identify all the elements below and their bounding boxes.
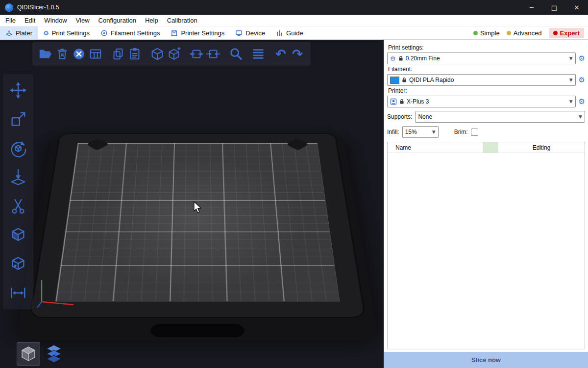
object-list-body[interactable]	[388, 153, 585, 349]
rotate-tool-button[interactable]	[6, 137, 30, 159]
place-on-face-tool-button[interactable]	[6, 166, 30, 188]
chevron-down-icon: ▼	[579, 114, 582, 119]
scale-icon	[9, 110, 27, 129]
maximize-button[interactable]: □	[543, 0, 565, 15]
arrange-button[interactable]	[87, 44, 104, 64]
column-header-extruder	[483, 142, 498, 153]
bed-clip-left	[86, 138, 109, 151]
menu-view[interactable]: View	[72, 17, 94, 24]
cut-tool-button[interactable]	[6, 195, 30, 217]
menu-edit[interactable]: Edit	[20, 17, 40, 24]
filament-select[interactable]: QIDI PLA Rapido ▼	[387, 74, 576, 86]
mode-advanced-label: Advanced	[514, 29, 542, 37]
supports-select[interactable]: None ▼	[415, 111, 585, 123]
measure-tool-button[interactable]	[6, 282, 30, 304]
undo-button[interactable]: ↶	[272, 44, 289, 64]
tab-printer-settings-label: Printer Settings	[181, 29, 224, 37]
split-to-parts-button[interactable]	[166, 44, 182, 64]
preview-layers-icon	[44, 343, 64, 364]
mouse-cursor	[193, 201, 203, 214]
close-button[interactable]: ✕	[565, 0, 588, 15]
tab-print-settings[interactable]: ⚙ Print Settings	[38, 26, 95, 39]
bed-clip-right	[286, 138, 309, 151]
print-settings-icon: ⚙	[43, 30, 49, 36]
search-icon	[228, 47, 243, 61]
open-folder-icon	[38, 47, 53, 61]
preview-view-button[interactable]	[42, 342, 66, 366]
filament-value: QIDI PLA Rapido	[409, 77, 454, 83]
object-list-header: Name Editing	[388, 142, 585, 153]
cut-scissors-icon	[9, 197, 27, 215]
print-settings-label: Print settings:	[388, 44, 585, 51]
variable-layer-height-button[interactable]	[250, 44, 267, 64]
split-to-objects-button[interactable]	[149, 44, 166, 64]
chevron-down-icon: ▼	[569, 56, 573, 61]
print-profile-value: 0.20mm Fine	[406, 55, 440, 62]
filament-gear-button[interactable]: ⚙	[579, 77, 585, 84]
view-switch	[17, 342, 66, 366]
supports-label: Supports:	[387, 113, 412, 120]
menu-calibration[interactable]: Calibration	[163, 17, 202, 24]
copy-button[interactable]	[110, 44, 126, 64]
advanced-mode-dot-icon	[507, 31, 511, 35]
column-header-editing: Editing	[498, 142, 585, 153]
printer-select[interactable]: X-Plus 3 ▼	[387, 96, 576, 107]
simple-mode-dot-icon	[473, 31, 478, 35]
measure-icon	[9, 284, 27, 302]
mode-expert[interactable]: Expert	[549, 28, 584, 38]
delete-all-button[interactable]	[71, 44, 87, 64]
remove-instance-button[interactable]	[205, 44, 221, 64]
chevron-down-icon: ▼	[569, 78, 573, 82]
device-icon	[235, 29, 243, 37]
3d-viewport[interactable]: ↶ ↷	[0, 40, 384, 368]
tab-print-settings-label: Print Settings	[52, 29, 90, 37]
seam-tool-button[interactable]	[6, 253, 30, 275]
printer-gear-button[interactable]: ⚙	[579, 98, 585, 105]
bed-grid	[55, 143, 340, 301]
supports-value: None	[418, 113, 432, 120]
minimize-button[interactable]: ─	[520, 0, 543, 15]
search-button[interactable]	[227, 44, 244, 64]
print-settings-gear-button[interactable]: ⚙	[579, 55, 585, 62]
paint-supports-tool-button[interactable]	[6, 224, 30, 246]
menu-help[interactable]: Help	[141, 17, 163, 24]
split-objects-icon	[150, 47, 165, 61]
menu-window[interactable]: Window	[40, 17, 71, 24]
delete-button[interactable]	[54, 44, 71, 64]
move-icon	[9, 81, 27, 100]
lock-icon	[402, 77, 407, 83]
tab-filament-settings[interactable]: Filament Settings	[95, 26, 165, 39]
profile-gear-icon: ⚙	[390, 55, 396, 62]
tab-device[interactable]: Device	[230, 26, 270, 39]
open-button[interactable]	[37, 44, 54, 64]
scale-tool-button[interactable]	[6, 108, 30, 131]
filament-color-swatch	[390, 77, 399, 84]
paste-button[interactable]	[126, 44, 143, 64]
3d-editor-view-button[interactable]	[17, 342, 40, 366]
infill-select[interactable]: 15% ▼	[402, 126, 439, 138]
app-window: QIDISlicer-1.0.5 ─ □ ✕ File Edit Window …	[0, 0, 588, 368]
tab-plater[interactable]: Plater	[0, 26, 38, 39]
add-instance-button[interactable]	[188, 44, 205, 64]
guide-icon	[276, 29, 283, 37]
redo-icon: ↷	[292, 48, 303, 60]
mode-selector: Simple Advanced Expert	[473, 26, 588, 39]
brim-checkbox[interactable]	[471, 129, 478, 136]
printer-settings-icon	[171, 29, 178, 37]
printer-value: X-Plus 3	[407, 98, 429, 105]
tab-printer-settings[interactable]: Printer Settings	[165, 26, 230, 39]
mode-simple[interactable]: Simple	[473, 29, 500, 37]
move-tool-button[interactable]	[6, 79, 30, 102]
tab-guide[interactable]: Guide	[270, 26, 309, 39]
bed-front-notch	[150, 324, 245, 337]
mode-advanced[interactable]: Advanced	[507, 29, 542, 37]
menu-file[interactable]: File	[1, 17, 20, 24]
tab-plater-label: Plater	[16, 29, 32, 37]
infill-value: 15%	[405, 129, 417, 135]
print-profile-select[interactable]: ⚙ 0.20mm Fine ▼	[387, 53, 576, 64]
slice-now-button[interactable]: Slice now	[384, 352, 588, 368]
redo-button[interactable]: ↷	[289, 44, 306, 64]
menu-configuration[interactable]: Configuration	[94, 17, 141, 24]
expert-mode-dot-icon	[553, 31, 558, 35]
infill-label: Infill:	[387, 129, 399, 135]
